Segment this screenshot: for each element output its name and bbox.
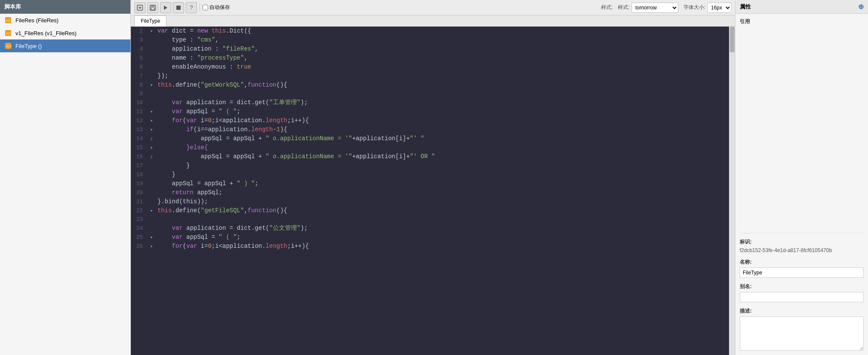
tag-value: f2dcb152-53fe-4e1d-a817-8fcf6105470b: [740, 247, 864, 253]
field-group-name: 名称:: [740, 259, 864, 278]
code-line-15: 15 ▾ }else{: [131, 143, 729, 152]
style-label1: 样式:: [601, 4, 613, 11]
code-line-4: 4 application : "fileRes",: [131, 45, 729, 54]
sidebar-title: 脚本库: [0, 0, 130, 14]
code-line-2: 2 ▾ var dict = new this.Dict({: [131, 27, 729, 36]
style-select[interactable]: tomorrow default monokai github solarize…: [632, 3, 678, 13]
editor-scrollbar-thumb[interactable]: [730, 27, 735, 52]
alias-input[interactable]: [740, 292, 864, 302]
style-label2: 样式:: [618, 4, 629, 11]
field-group-tag: 标识: f2dcb152-53fe-4e1d-a817-8fcf6105470b: [740, 238, 864, 253]
field-group-alias: 别名:: [740, 283, 864, 302]
name-label: 名称:: [740, 259, 864, 266]
toolbar-separator: [200, 3, 200, 12]
toolbar-btn-help[interactable]: ?: [186, 2, 197, 13]
code-line-26: 26 ▾ for(var i=0;i<application.length;i+…: [131, 242, 729, 251]
code-area: 2 ▾ var dict = new this.Dict({ 3 type : …: [131, 27, 729, 251]
code-line-24: 24 var application = dict.get("公文管理");: [131, 224, 729, 233]
sidebar-label-fileres: FileRes (FileRes): [15, 17, 58, 24]
sidebar-label-filetype: FileType (): [15, 43, 42, 49]
desc-textarea[interactable]: [740, 316, 864, 351]
code-line-10: 10 var application = dict.get("工单管理");: [131, 98, 729, 107]
desc-label: 描述:: [740, 307, 864, 315]
sidebar-item-v1fileres[interactable]: </> v1_FileRes (v1_FileRes): [0, 27, 130, 39]
autosave-checkbox[interactable]: [203, 5, 208, 10]
svg-rect-11: [151, 8, 154, 10]
svg-marker-12: [164, 6, 167, 10]
code-line-3: 3 type : "cms",: [131, 36, 729, 45]
field-group-desc: 描述:: [740, 307, 864, 351]
toolbar-btn-save[interactable]: [147, 2, 158, 13]
right-panel: 属性 ⊕ 引用 标识: f2dcb152-53fe-4e1d-a817-8fcf…: [735, 0, 868, 355]
right-panel-add-button[interactable]: ⊕: [858, 3, 864, 11]
content-area: ? 自动保存 样式: 样式: tomorrow default monokai …: [131, 0, 735, 355]
code-line-25: 25 ▾ var appSql = " ( ";: [131, 233, 729, 242]
svg-text:</>: </>: [6, 32, 12, 36]
script-icon-v1fileres: </>: [4, 29, 12, 37]
code-line-22: 22 ▾ this.define("getFileSQL",function()…: [131, 206, 729, 215]
alias-label: 别名:: [740, 283, 864, 290]
code-line-9: 9: [131, 90, 729, 98]
main-layout: 脚本库 </> FileRes (FileRes) </> v1_FileRes…: [0, 0, 868, 355]
svg-rect-10: [151, 5, 154, 7]
script-icon-fileres: </>: [4, 16, 12, 24]
code-line-5: 5 name : "processType",: [131, 54, 729, 63]
name-input[interactable]: [740, 268, 864, 278]
code-line-17: 17 }: [131, 161, 729, 170]
sidebar-label-v1fileres: v1_FileRes (v1_FileRes): [15, 30, 76, 36]
svg-text:</>: </>: [6, 19, 12, 23]
toolbar: ? 自动保存 样式: 样式: tomorrow default monokai …: [131, 0, 735, 15]
code-editor[interactable]: 2 ▾ var dict = new this.Dict({ 3 type : …: [131, 27, 729, 355]
fontsize-label: 字体大小:: [684, 4, 705, 11]
tab-bar: FileType: [131, 15, 735, 27]
code-line-8: 8 ▾ this.define("getWorkSQL",function(){: [131, 81, 729, 90]
code-line-13: 13 ▾ if(i==application.length-1){: [131, 125, 729, 134]
sidebar: 脚本库 </> FileRes (FileRes) </> v1_FileRes…: [0, 0, 131, 355]
code-line-12: 12 ▾ for(var i=0;i<application.length;i+…: [131, 116, 729, 125]
autosave-checkbox-label: 自动保存: [203, 4, 230, 11]
editor-scrollbar[interactable]: [729, 27, 735, 355]
editor-wrapper: 2 ▾ var dict = new this.Dict({ 3 type : …: [131, 27, 735, 355]
code-line-16: 16 i appSql = appSql + " o.applicationNa…: [131, 152, 729, 161]
ref-label: 引用: [740, 18, 864, 25]
sidebar-item-filetype[interactable]: </> FileType (): [0, 39, 130, 52]
right-panel-title: 属性: [740, 3, 751, 11]
code-line-14: 14 i appSql = appSql + " o.applicationNa…: [131, 134, 729, 143]
right-panel-body: 引用 标识: f2dcb152-53fe-4e1d-a817-8fcf61054…: [735, 14, 868, 355]
code-line-6: 6 enableAnonymous : true: [131, 63, 729, 72]
fontsize-select[interactable]: 12px 14px 16px 18px 20px: [707, 3, 732, 13]
code-line-20: 20 return appSql;: [131, 188, 729, 197]
sidebar-item-fileres[interactable]: </> FileRes (FileRes): [0, 14, 130, 27]
code-line-11: 11 ▾ var appSql = " ( ";: [131, 107, 729, 116]
autosave-label: 自动保存: [209, 4, 230, 11]
tab-filetype[interactable]: FileType: [134, 15, 166, 27]
toolbar-btn-run[interactable]: [160, 2, 171, 13]
code-line-7: 7 });: [131, 72, 729, 81]
ref-area: 引用: [740, 18, 864, 233]
script-icon-filetype: </>: [4, 42, 12, 50]
svg-rect-13: [176, 6, 181, 10]
toolbar-btn-stop[interactable]: [173, 2, 184, 13]
code-line-21: 21 }.bind(this));: [131, 197, 729, 206]
toolbar-btn-new[interactable]: [134, 2, 145, 13]
svg-text:</>: </>: [6, 45, 12, 48]
code-line-19: 19 appSql = appSql + " ) ";: [131, 179, 729, 188]
right-panel-header: 属性 ⊕: [735, 0, 868, 14]
code-line-23: 23: [131, 215, 729, 224]
code-line-18: 18 }: [131, 170, 729, 179]
tag-label: 标识:: [740, 238, 864, 246]
